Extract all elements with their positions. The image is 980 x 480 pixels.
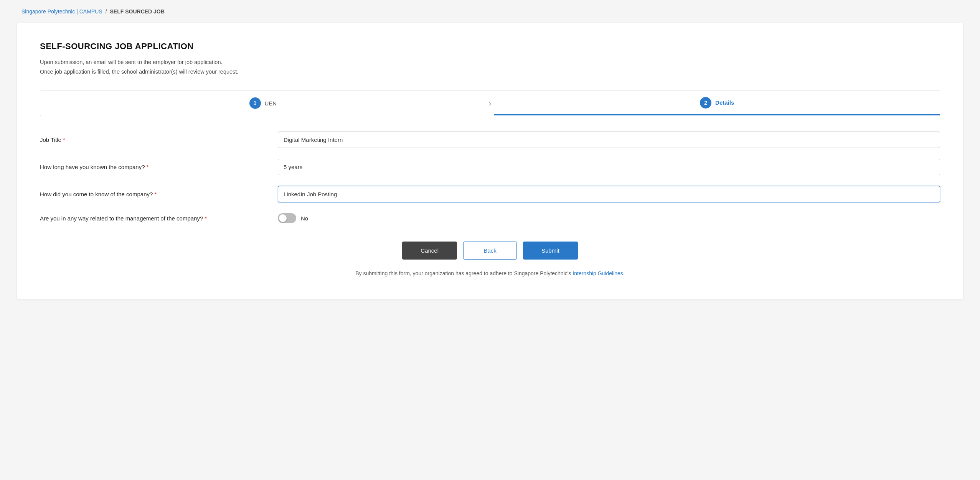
breadcrumb-link[interactable]: Singapore Polytechnic | CAMPUS	[21, 8, 102, 15]
required-star-3: *	[154, 191, 157, 197]
main-container: SELF-SOURCING JOB APPLICATION Upon submi…	[17, 23, 963, 299]
step-arrow: ›	[486, 99, 495, 108]
related-management-label: Are you in any way related to the manage…	[40, 215, 278, 222]
form-description: Upon submission, an email will be sent t…	[40, 58, 940, 76]
step-2-label: Details	[715, 99, 734, 106]
required-star-4: *	[205, 215, 207, 222]
how-known-row: How did you come to know of the company?…	[40, 186, 940, 202]
breadcrumb-separator: /	[106, 8, 107, 15]
toggle-label: No	[301, 215, 308, 222]
submit-button[interactable]: Submit	[523, 242, 578, 260]
back-button[interactable]: Back	[463, 242, 517, 260]
description-line2: Once job application is filled, the scho…	[40, 67, 940, 77]
breadcrumb-current: SELF SOURCED JOB	[110, 8, 165, 15]
required-star-2: *	[147, 164, 149, 170]
step-1-label: UEN	[265, 100, 277, 107]
step-2-circle: 2	[700, 97, 711, 108]
stepper: 1 UEN › 2 Details	[40, 90, 940, 116]
footer-text-before-link: By submitting this form, your organizati…	[355, 270, 571, 276]
known-duration-row: How long have you known the company?*	[40, 159, 940, 175]
button-row: Cancel Back Submit	[40, 242, 940, 260]
breadcrumb: Singapore Polytechnic | CAMPUS / SELF SO…	[0, 0, 980, 23]
toggle-container: No	[278, 213, 940, 223]
step-1: 1 UEN	[40, 90, 486, 116]
how-known-label: How did you come to know of the company?…	[40, 191, 278, 197]
step-2: 2 Details	[494, 91, 940, 115]
footer-text: By submitting this form, your organizati…	[40, 270, 940, 276]
arrow-icon: ›	[489, 99, 492, 108]
step-1-circle: 1	[249, 97, 261, 109]
required-star: *	[63, 136, 65, 143]
job-title-input[interactable]	[278, 132, 940, 148]
related-management-row: Are you in any way related to the manage…	[40, 213, 940, 223]
known-duration-input[interactable]	[278, 159, 940, 175]
form-title: SELF-SOURCING JOB APPLICATION	[40, 41, 940, 51]
internship-guidelines-link[interactable]: Internship Guidelines.	[572, 270, 624, 276]
how-known-input[interactable]	[278, 186, 940, 202]
toggle[interactable]	[278, 213, 296, 223]
description-line1: Upon submission, an email will be sent t…	[40, 58, 940, 67]
known-duration-label: How long have you known the company?*	[40, 164, 278, 170]
cancel-button[interactable]: Cancel	[402, 242, 457, 260]
job-title-label: Job Title*	[40, 136, 278, 143]
job-title-row: Job Title*	[40, 132, 940, 148]
